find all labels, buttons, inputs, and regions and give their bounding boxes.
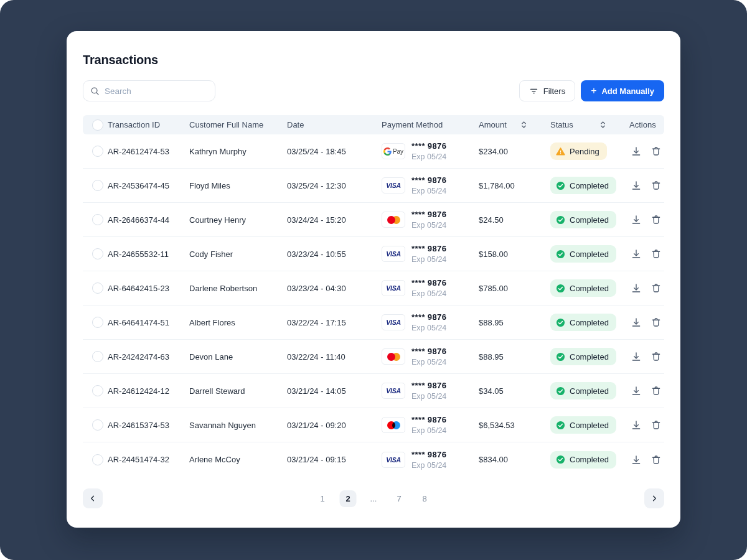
card-expiry: Exp 05/24 [411,324,446,332]
download-button[interactable] [629,247,643,261]
row-checkbox[interactable] [92,180,103,191]
transaction-date: 03/23/24 - 04:30 [287,284,382,293]
delete-button[interactable] [649,281,663,295]
delete-button[interactable] [649,384,663,398]
customer-name: Savannah Nguyen [189,421,287,430]
trash-icon [651,385,662,396]
delete-button[interactable] [649,453,663,467]
amount: $34.05 [479,386,550,396]
download-icon [631,454,642,465]
row-actions [629,350,664,363]
prev-page-button[interactable] [83,488,103,508]
trash-icon [651,146,662,157]
row-checkbox[interactable] [92,214,103,225]
download-button[interactable] [629,179,643,192]
download-button[interactable] [629,281,643,295]
transaction-id: AR-64641474-51 [108,318,189,327]
download-button[interactable] [629,384,643,398]
card-expiry: Exp 05/24 [411,426,446,435]
select-all-checkbox[interactable] [92,119,103,131]
card-expiry: Exp 05/24 [411,461,446,470]
next-page-button[interactable] [644,488,664,508]
sort-amount-icon[interactable] [520,121,527,129]
transaction-date: 03/22/24 - 11:40 [287,352,382,362]
delete-button[interactable] [649,179,663,192]
delete-button[interactable] [649,144,663,158]
search-box[interactable] [83,80,215,101]
redblue-card-icon [382,417,405,433]
trash-icon [651,248,662,259]
filters-button[interactable]: Filters [519,80,575,101]
status-label: Completed [570,318,609,327]
toolbar-actions: Filters + Add Manually [519,80,664,101]
download-button[interactable] [629,213,643,226]
row-checkbox[interactable] [92,317,103,328]
customer-name: Cody Fisher [189,250,287,259]
row-checkbox[interactable] [92,454,103,465]
row-checkbox[interactable] [92,146,103,157]
payment-method-cell: VISA **** 9876 Exp 05/24 [382,244,479,264]
transaction-date: 03/25/24 - 18:45 [287,147,382,156]
status-icon [556,318,565,327]
table-row: AR-24536474-45 Floyd Miles 03/25/24 - 12… [83,169,664,203]
download-icon [631,282,642,294]
delete-button[interactable] [649,213,663,226]
col-transaction-id: Transaction ID [108,120,189,129]
transactions-table: Transaction ID Customer Full Name Date P… [83,115,664,477]
chevron-right-icon [650,494,659,503]
search-input[interactable] [105,86,215,96]
col-customer-name: Customer Full Name [189,120,287,129]
payment-method-cell: **** 9876 Exp 05/24 [382,210,479,230]
amount: $785.00 [479,284,550,293]
amount: $88.95 [479,318,550,327]
row-actions [629,144,664,158]
payment-method-cell: VISA **** 9876 Exp 05/24 [382,175,479,195]
page-7-button[interactable]: 7 [391,490,408,507]
transaction-id: AR-24655532-11 [108,250,189,259]
row-checkbox[interactable] [92,419,103,431]
delete-button[interactable] [649,315,663,329]
table-row: AR-64642415-23 Darlene Robertson 03/23/2… [83,271,664,306]
row-actions [629,315,664,329]
table-row: AR-24615374-53 Savannah Nguyen 03/21/24 … [83,408,664,442]
payment-method-cell: VISA **** 9876 Exp 05/24 [382,381,479,401]
row-checkbox[interactable] [92,282,103,294]
status-badge: Completed [550,177,616,194]
table-row: AR-26466374-44 Courtney Henry 03/24/24 -… [83,203,664,237]
transaction-id: AR-64642415-23 [108,284,189,293]
page-2-button[interactable]: 2 [340,490,357,507]
status-icon [556,147,565,156]
status-label: Completed [570,215,609,225]
status-badge: Completed [550,245,616,263]
row-checkbox[interactable] [92,385,103,396]
download-button[interactable] [629,418,643,432]
filter-icon [529,86,538,96]
delete-button[interactable] [649,418,663,432]
delete-button[interactable] [649,350,663,363]
download-button[interactable] [629,144,643,158]
filters-label: Filters [543,86,565,96]
download-button[interactable] [629,453,643,467]
page-1-button[interactable]: 1 [314,490,331,507]
pagination-pages: 12...78 [314,490,433,507]
trash-icon [651,214,662,225]
status-icon [556,284,565,293]
row-checkbox[interactable] [92,248,103,259]
download-button[interactable] [629,315,643,329]
add-manually-button[interactable]: + Add Manually [581,80,664,101]
customer-name: Darlene Robertson [189,284,287,293]
transaction-date: 03/24/24 - 15:20 [287,215,382,225]
delete-button[interactable] [649,247,663,261]
download-button[interactable] [629,350,643,363]
payment-method-cell: **** 9876 Exp 05/24 [382,415,479,435]
transaction-id: AR-24612424-12 [108,386,189,396]
chevron-left-icon [88,494,97,503]
row-actions [629,281,664,295]
status-label: Completed [570,421,609,430]
sort-status-icon[interactable] [599,121,606,129]
status-badge: Completed [550,279,616,297]
row-checkbox[interactable] [92,351,103,362]
col-date: Date [287,120,382,129]
table-row: AR-24655532-11 Cody Fisher 03/23/24 - 10… [83,237,664,271]
page-8-button[interactable]: 8 [416,490,433,507]
